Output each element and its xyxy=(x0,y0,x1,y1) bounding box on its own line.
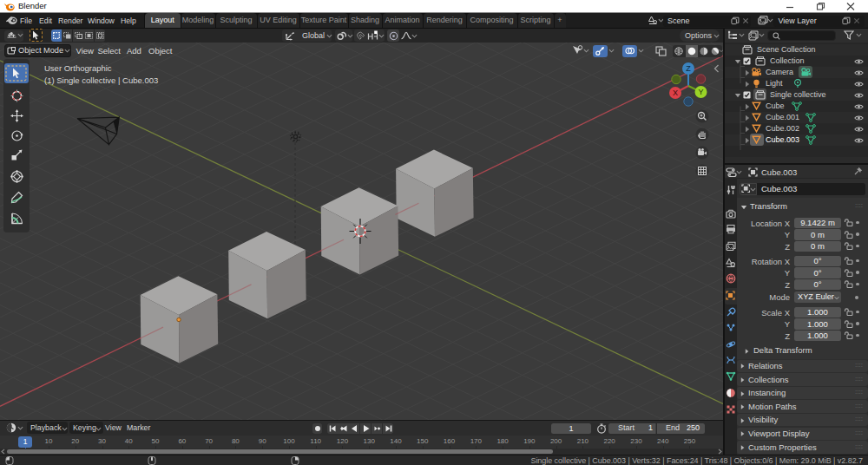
svg-text:Z: Z xyxy=(686,64,691,73)
svg-text:Y: Y xyxy=(698,88,703,96)
svg-text:X: X xyxy=(673,88,678,97)
